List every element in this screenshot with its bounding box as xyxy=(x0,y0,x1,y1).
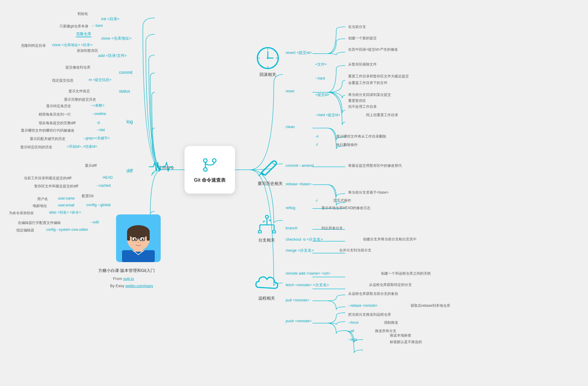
reset-file-desc: 从暂存区移除文件 xyxy=(348,62,377,67)
push-desc: 把当前分支推送到远程仓库 xyxy=(348,312,391,317)
reset-commit-desc3: 但不处理工作目录 xyxy=(348,104,377,109)
clean-n-desc: 显示哪些文件将从工作目录删除 xyxy=(336,134,386,139)
reflog-cmd: reflog xyxy=(286,206,295,210)
init-cmd: init <目录> xyxy=(101,16,119,22)
config-username-flag: user.name xyxy=(58,196,75,200)
add-label: 添加到暂存区 xyxy=(77,48,98,53)
clone-target-desc: 克隆到特定目录 xyxy=(21,43,46,48)
config-username-desc: 用户名 xyxy=(37,197,48,202)
by-link[interactable]: weibo.com/easy xyxy=(125,284,153,288)
clone-cmd: clone <仓库地址> xyxy=(101,36,132,41)
pulse-icon xyxy=(149,161,173,174)
svg-line-30 xyxy=(259,173,261,176)
rollback-label: 回滚相关 xyxy=(259,72,276,77)
log-item-4-desc: 显示匹配关键字的历史 xyxy=(30,136,65,141)
push-tags: --tags xyxy=(348,337,357,342)
pull-rebase: --rebase <remote> xyxy=(348,303,378,308)
revert-desc3: 在其中回滚<提交id>产生的修改 xyxy=(348,47,398,52)
init-label: 初始化 xyxy=(77,11,88,16)
diff-cmd: diff xyxy=(126,168,133,174)
push-tags-desc1: 推送本地标签 xyxy=(390,333,411,338)
init-bare-desc: 只新建git仓库本身 xyxy=(60,24,88,29)
bottom-from: From suiji.io xyxy=(113,276,134,281)
avatar-box xyxy=(116,214,161,262)
remote-label: 远程相关 xyxy=(258,296,275,301)
branch-label: 分支相关 xyxy=(258,238,275,243)
reset-commit: <提交id> xyxy=(315,92,329,97)
log-head: 显示完整的提交历史 xyxy=(64,97,96,102)
reset-cmd: reset xyxy=(286,89,294,93)
config-email-desc: 电邮地址 xyxy=(33,203,47,208)
branch-cmd: branch xyxy=(286,226,298,230)
log-item-4-flag: --grep=<关键字> xyxy=(83,136,110,141)
reset-commit-desc2: 重置暂存区 xyxy=(348,98,366,103)
rebase-i: -i xyxy=(315,198,318,203)
log-item-1-flag: --oneline xyxy=(92,111,106,116)
svg-rect-47 xyxy=(127,232,130,241)
config-edit-flag: --edit xyxy=(91,220,99,224)
svg-point-15 xyxy=(204,159,207,162)
fetch-cmd: fetch <remote> <分支名> xyxy=(286,282,329,288)
commit-amend-desc: 将最近提交用暂存区中的修改替代 xyxy=(348,163,402,168)
pull-rebase-desc: 获取后rebase到本地仓库 xyxy=(411,303,450,308)
branch-icon xyxy=(254,214,280,236)
svg-point-52 xyxy=(142,238,143,240)
rebase-desc: 将当前分支变基于<base> xyxy=(348,190,389,195)
log-item-5-desc: 显示特定区间的历史 xyxy=(20,145,52,150)
svg-rect-48 xyxy=(147,232,150,241)
config-edit-desc: 在编辑器打开配置文件编辑 xyxy=(18,220,61,225)
remote-add-desc: 创建一个和远程仓库之间的关联 xyxy=(381,271,431,276)
git-icon xyxy=(201,156,219,175)
reset-file: <文件> xyxy=(315,62,327,67)
rebase-i-desc: 交互式操作 xyxy=(333,198,351,203)
remote-add-cmd: remote add <name> <url> xyxy=(286,271,330,276)
diff-head-desc: 当前工作目录和最近提交的diff xyxy=(24,176,71,181)
diff-head-flag: HEAD xyxy=(103,175,112,180)
diff-cached-flag: --cached xyxy=(97,183,111,188)
log-cmd: log xyxy=(126,119,133,124)
checkout-cmd: checkout -b <分支名> xyxy=(286,237,323,242)
reset-hard-desc1: 重置工作目录和暂存区文件为最近提交 xyxy=(348,74,409,79)
svg-point-16 xyxy=(204,168,207,171)
bottom-by: By Easy weibo.com/easy xyxy=(110,284,153,288)
revert-cmd: revert <提交id> xyxy=(286,50,312,55)
log-item-5-flag: <开始id>..<结束id> xyxy=(67,144,97,149)
commit-cmd: commit xyxy=(119,70,132,75)
init-bare: -- bare xyxy=(92,23,103,28)
push-cmd: push <remote> xyxy=(286,319,312,323)
revert-desc1: 在当前分支 xyxy=(348,24,366,29)
svg-line-29 xyxy=(272,162,276,165)
push-all: --all xyxy=(348,329,354,333)
clone-target: clone <仓库地址> <目录> xyxy=(52,43,92,48)
merge-cmd: merge <分支名> xyxy=(286,248,314,253)
clean-cmd: clean xyxy=(286,124,295,129)
pull-cmd: pull <remote> xyxy=(286,298,309,302)
merge-desc: 合并分支到当前分支 xyxy=(339,248,371,253)
reset-hard-commit: --hard <提交id> xyxy=(315,113,340,118)
svg-point-31 xyxy=(265,215,268,218)
config-global: config --global xyxy=(86,203,111,207)
center-box: Git 命令速查表 xyxy=(184,146,235,194)
commit-m: -m <提交信息> xyxy=(88,77,111,83)
checkout-desc: 创建分支并将当前分支检出至其中 xyxy=(363,237,417,242)
reset-hard-commit-desc: 同上但重置工作目录 xyxy=(366,113,398,118)
clean-f: -f xyxy=(315,142,318,147)
diff-head: 显示diff xyxy=(85,163,97,168)
config-system-flag: config --system core.editor xyxy=(46,227,88,232)
svg-rect-38 xyxy=(273,231,276,233)
reset-hard: --hard xyxy=(315,76,325,80)
center-title: Git 命令速查表 xyxy=(194,177,226,183)
config-system-desc: 指定编辑器 xyxy=(16,228,34,233)
from-link[interactable]: suiji.io xyxy=(123,276,134,281)
remote-icon xyxy=(254,274,280,294)
status-desc: 显示文件状态 xyxy=(68,89,90,94)
svg-point-17 xyxy=(212,159,216,162)
svg-point-46 xyxy=(127,225,150,238)
commit-head: 提交修改到仓库 xyxy=(65,65,90,70)
course-title: 方糖小白课·版本管理和Git入门 xyxy=(98,268,155,273)
commit-amend-cmd: commit --amend xyxy=(286,163,314,168)
log-item-2-flag: -p xyxy=(97,120,100,124)
log-item-3-flag: --stat xyxy=(97,127,105,132)
clean-n: -n xyxy=(315,134,319,138)
log-item-0-flag: --<条数> xyxy=(91,103,104,108)
